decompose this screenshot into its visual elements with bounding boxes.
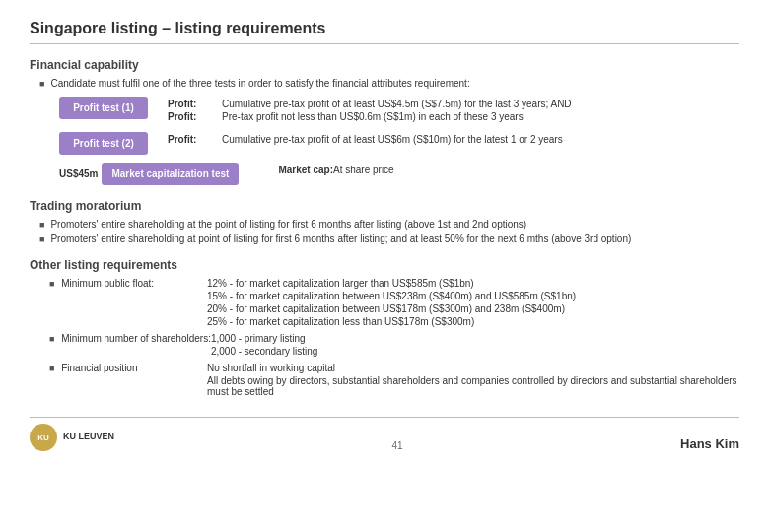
profit-test-1-label-1: Profit: [168, 111, 222, 122]
tests-area: Profit test (1) Profit: Cumulative pre-t… [59, 97, 739, 185]
min-float-v3: 25% - for market capitalization less tha… [207, 316, 576, 327]
min-float-values: 12% - for market capitalization larger t… [207, 278, 576, 329]
trading-moratorium-section: Trading moratorium ■ Promoters' entire s… [30, 199, 739, 244]
profit-test-2-text-0: Cumulative pre-tax profit of at least US… [222, 134, 563, 145]
market-cap-box: Market capitalization test [102, 163, 239, 185]
financial-position-label: ■ Financial position [49, 363, 207, 399]
profit-test-1-details: Profit: Cumulative pre-tax profit of at … [168, 97, 572, 124]
market-cap-details: Market cap: At share price [278, 163, 393, 177]
trading-bullet-text-1: Promoters' entire shareholding at point … [50, 233, 631, 244]
market-cap-detail-0: Market cap: At share price [278, 165, 393, 175]
trading-bullet-text-0: Promoters' entire shareholding at the po… [50, 219, 526, 230]
footer-logo: KU KU LEUVEN [30, 424, 114, 451]
min-shareholders-values: 1,000 - primary listing 2,000 - secondar… [211, 333, 317, 359]
min-shareholders-row: ■ Minimum number of shareholders: 1,000 … [49, 333, 739, 359]
other-req-table: ■ Minimum public float: 12% - for market… [49, 278, 739, 399]
min-float-row: ■ Minimum public float: 12% - for market… [49, 278, 739, 329]
financial-position-values: No shortfall in working capital All debt… [207, 363, 739, 399]
financial-position-label-text: Financial position [61, 363, 137, 373]
logo-letters: KU [37, 433, 49, 442]
university-name: KU LEUVEN [63, 432, 114, 443]
min-float-label: ■ Minimum public float: [49, 278, 207, 329]
financial-position-row: ■ Financial position No shortfall in wor… [49, 363, 739, 399]
bullet-icon: ■ [39, 79, 44, 89]
min-float-v0: 12% - for market capitalization larger t… [207, 278, 576, 289]
market-cap-left: US$45m Market capitalization test [59, 163, 258, 185]
profit-test-1-detail-0: Profit: Cumulative pre-tax profit of at … [168, 99, 572, 109]
profit-test-1-box: Profit test (1) [59, 97, 148, 119]
market-cap-text-0: At share price [333, 165, 394, 175]
candidate-requirement-row: ■ Candidate must fulfil one of the three… [39, 78, 739, 89]
profit-test-2-details: Profit: Cumulative pre-tax profit of at … [168, 132, 563, 147]
min-shareholders-v0: 1,000 - primary listing [211, 333, 317, 344]
market-cap-row: US$45m Market capitalization test Market… [59, 163, 739, 185]
profit-test-1-label-0: Profit: [168, 99, 222, 109]
profit-test-2-detail-0: Profit: Cumulative pre-tax profit of at … [168, 134, 563, 145]
trading-moratorium-heading: Trading moratorium [30, 199, 739, 213]
bullet-icon-t1: ■ [39, 234, 44, 244]
min-float-label-text: Minimum public float: [61, 278, 154, 289]
trading-bullet-0: ■ Promoters' entire shareholding at the … [39, 219, 739, 230]
market-cap-prefix: US$45m [59, 163, 98, 179]
other-requirements-section: Other listing requirements ■ Minimum pub… [30, 258, 739, 399]
bullet-icon-t0: ■ [39, 220, 44, 230]
min-float-v1: 15% - for market capitalization between … [207, 291, 576, 301]
min-shareholders-label-text: Minimum number of shareholders: [61, 333, 211, 344]
bullet-icon-r0: ■ [49, 279, 54, 289]
financial-position-v0: No shortfall in working capital [207, 363, 739, 373]
other-requirements-heading: Other listing requirements [30, 258, 739, 272]
bullet-icon-r2: ■ [49, 364, 54, 373]
market-cap-label-0: Market cap: [278, 165, 333, 175]
min-float-v2: 20% - for market capitalization between … [207, 303, 576, 314]
profit-test-2-box: Profit test (2) [59, 132, 148, 155]
financial-capability-heading: Financial capability [30, 58, 739, 72]
trading-bullet-1: ■ Promoters' entire shareholding at poin… [39, 233, 739, 244]
min-shareholders-v1: 2,000 - secondary listing [211, 346, 317, 357]
footer: KU KU LEUVEN 41 Hans Kim [30, 417, 739, 451]
profit-test-2-label-0: Profit: [168, 134, 222, 145]
page-number: 41 [114, 440, 680, 451]
profit-test-1-row: Profit test (1) Profit: Cumulative pre-t… [59, 97, 739, 124]
author-name: Hans Kim [680, 436, 739, 451]
min-shareholders-label: ■ Minimum number of shareholders: [49, 333, 211, 359]
logo-icon: KU [30, 424, 57, 451]
profit-test-2-row: Profit test (2) Profit: Cumulative pre-t… [59, 132, 739, 155]
bullet-icon-r1: ■ [49, 334, 54, 344]
profit-test-1-text-1: Pre-tax profit not less than US$0.6m (S$… [222, 111, 524, 122]
financial-position-v1: All debts owing by directors, substantia… [207, 375, 739, 397]
profit-test-1-detail-1: Profit: Pre-tax profit not less than US$… [168, 111, 572, 122]
profit-test-1-text-0: Cumulative pre-tax profit of at least US… [222, 99, 572, 109]
page-title: Singapore listing – listing requirements [30, 20, 739, 44]
candidate-requirement-text: Candidate must fulfil one of the three t… [50, 78, 469, 89]
